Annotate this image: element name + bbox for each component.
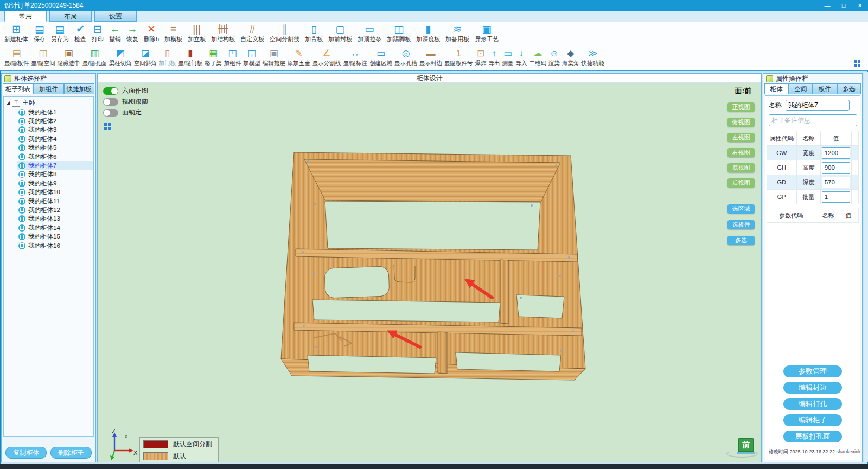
toolbar-redo[interactable]: →恢复 <box>126 23 138 43</box>
toolbar-add-depth-board[interactable]: ▮加深度板 <box>416 23 440 43</box>
toggle-0[interactable]: 六面作图 <box>103 86 148 95</box>
toolbar-render[interactable]: ☺渲染 <box>548 47 560 67</box>
toolbar-save[interactable]: ▤保存 <box>34 23 46 43</box>
toolbar-space-bevel[interactable]: ◪空间斜角 <box>134 47 157 67</box>
toolbar-explode[interactable]: ⊡爆炸 <box>475 47 487 67</box>
left-button-0[interactable]: 复制柜体 <box>5 447 47 459</box>
cabinet-note-input[interactable] <box>769 114 857 126</box>
toolbar-import[interactable]: ↓导入 <box>516 47 527 67</box>
tree-item-3[interactable]: 我的柜体3 <box>4 126 93 134</box>
toolbar-new-cabinet[interactable]: ⊞新建柜体 <box>4 23 28 43</box>
right-panel-tab-1[interactable]: 空间 <box>789 83 813 94</box>
toolbar-check[interactable]: ✔检查 <box>74 23 86 43</box>
view-button-3[interactable]: 右视图 <box>727 148 755 157</box>
toolbar-show-hide-dimension[interactable]: ↔显/隐标注 <box>343 47 367 67</box>
toolbar-add-door[interactable]: ▯加门板 <box>159 47 176 67</box>
tree-item-8[interactable]: 我的柜体8 <box>4 170 93 179</box>
tree-item-5[interactable]: 我的柜体5 <box>4 144 93 152</box>
toolbar-add-model[interactable]: ◱加模型 <box>243 47 260 67</box>
toggle-switch[interactable] <box>103 98 118 106</box>
select-button-1[interactable]: 选板件 <box>727 220 755 229</box>
toggle-2[interactable]: 面锁定 <box>103 108 142 117</box>
property-button-3[interactable]: 编辑柜子 <box>783 414 842 426</box>
toolbar-qr-code[interactable]: ☁二维码 <box>529 47 547 67</box>
attr-value-input[interactable]: 900 <box>822 162 850 174</box>
3d-viewport[interactable]: 六面作图视图跟随面锁定 面:前 正视图俯视图左视图右视图底视图后视图 选区域选板… <box>98 83 761 462</box>
toolbar-export[interactable]: ↑导出 <box>489 47 500 67</box>
toolbar-grid-rack[interactable]: ▦格子架 <box>205 47 222 67</box>
tree-item-11[interactable]: 我的柜体11 <box>4 197 93 205</box>
toolbar-add-horizontal-board[interactable]: ≡加横板 <box>164 23 182 43</box>
toolbar-show-hide-hole-face[interactable]: ▥显/隐孔面 <box>82 47 107 67</box>
attr-value-input[interactable]: 1 <box>822 191 850 203</box>
view-button-0[interactable]: 正视图 <box>727 102 755 112</box>
tree-item-7[interactable]: 我的柜体7 <box>4 161 93 170</box>
toolbar-special-shape-craft[interactable]: ▣异形工艺 <box>475 23 499 43</box>
attr-value-input[interactable]: 570 <box>822 177 850 188</box>
tree-item-16[interactable]: 我的柜体16 <box>4 241 93 250</box>
toolbar-edit-drag-layer[interactable]: ▣编辑拖层 <box>263 47 285 67</box>
left-panel-tab-0[interactable]: 柜子列表 <box>3 83 33 94</box>
tree-root[interactable]: ◢⊤主卧 <box>4 97 93 108</box>
toolbar-show-board-number[interactable]: 1显隐板件号 <box>444 47 473 67</box>
tree-item-4[interactable]: 我的柜体4 <box>4 134 93 143</box>
left-panel-tab-2[interactable]: 快捷加板 <box>64 83 94 94</box>
toolbar-show-hole-slot[interactable]: ◎显示孔槽 <box>394 47 417 67</box>
left-panel-tab-1[interactable]: 加组件 <box>33 83 63 94</box>
toolbar-delete[interactable]: ✕删除h <box>144 23 159 43</box>
select-button-0[interactable]: 选区域 <box>727 204 755 214</box>
tree-item-9[interactable]: 我的柜体9 <box>4 179 93 188</box>
property-button-4[interactable]: 层板打孔面 <box>783 431 842 442</box>
toolbar-space-divider[interactable]: ∥空间分割线 <box>270 23 299 43</box>
toolbar-add-top-rail[interactable]: ▭加顶拉条 <box>358 23 381 43</box>
tree-item-13[interactable]: 我的柜体13 <box>4 215 93 223</box>
property-button-0[interactable]: 参数管理 <box>783 365 842 377</box>
toggle-1[interactable]: 视图跟随 <box>103 97 148 106</box>
toolbar-haitang-corner[interactable]: ◆海棠角 <box>562 47 579 67</box>
attr-value-input[interactable]: 1200 <box>822 147 850 159</box>
toolbar-custom-board[interactable]: #自定义板 <box>240 23 264 43</box>
toolbar-beam-column-cut[interactable]: ◩梁柱切角 <box>109 47 132 67</box>
tree-item-6[interactable]: 我的柜体6 <box>4 152 93 161</box>
toolbar-save-as[interactable]: ▤另存为 <box>51 23 69 43</box>
left-button-1[interactable]: 删除柜子 <box>50 447 92 459</box>
ribbon-tab-1[interactable]: 布局 <box>49 11 92 22</box>
property-button-1[interactable]: 编辑封边 <box>783 382 842 394</box>
tree-item-10[interactable]: 我的柜体10 <box>4 188 93 197</box>
right-panel-tab-2[interactable]: 板件 <box>813 83 837 94</box>
attr-cell[interactable]: 570 <box>820 175 851 190</box>
toolbar-show-divider-line[interactable]: ∠显示分割线 <box>312 47 341 67</box>
view-button-2[interactable]: 左视图 <box>727 133 755 142</box>
grid-icon[interactable] <box>104 123 111 130</box>
tree-item-12[interactable]: 我的柜体12 <box>4 205 93 214</box>
toolbar-add-structure-board[interactable]: 卌加结构板 <box>211 23 235 43</box>
toolbar-show-hide-door[interactable]: ▮显/隐门板 <box>178 47 202 67</box>
tree-item-15[interactable]: 我的柜体15 <box>4 232 93 241</box>
toolbar-print[interactable]: ⊟打印 <box>92 23 104 43</box>
grid-icon[interactable] <box>854 60 860 67</box>
attr-cell[interactable]: 900 <box>820 160 851 175</box>
property-button-2[interactable]: 编辑打孔 <box>783 398 842 410</box>
right-panel-tab-3[interactable]: 多选 <box>837 83 861 94</box>
toolbar-show-edge-band[interactable]: ▬显示封边 <box>419 47 442 67</box>
expander-icon[interactable]: ◢ <box>7 100 10 105</box>
toolbar-add-vertical-board[interactable]: |||加立板 <box>188 23 206 43</box>
toolbar-hide-selected[interactable]: ▣隐藏选中 <box>58 47 80 67</box>
toolbar-add-kick-board[interactable]: ◫加踢脚板 <box>387 23 411 43</box>
view-button-4[interactable]: 底视图 <box>727 163 755 172</box>
ribbon-tab-0[interactable]: 常用 <box>4 11 47 22</box>
toolbar-measure[interactable]: ▭测量 <box>502 47 514 67</box>
tree-item-2[interactable]: 我的柜体2 <box>4 117 93 125</box>
select-button-2[interactable]: 多选 <box>727 236 755 245</box>
view-button-1[interactable]: 俯视图 <box>727 118 755 127</box>
toolbar-add-back-board[interactable]: ▯加背板 <box>305 23 323 43</box>
cabinet-name-input[interactable] <box>786 100 850 111</box>
tree-item-14[interactable]: 我的柜体14 <box>4 223 93 232</box>
maximize-button[interactable]: □ <box>835 0 852 11</box>
toolbar-add-front-seal-board[interactable]: ▢加前封板 <box>328 23 352 43</box>
attr-cell[interactable]: 1 <box>820 190 851 204</box>
toolbar-create-region[interactable]: ▭创建区域 <box>369 47 392 67</box>
view-button-5[interactable]: 后视图 <box>727 178 755 188</box>
toggle-switch[interactable] <box>103 109 118 117</box>
toolbar-quick-function[interactable]: ≫快捷功能 <box>582 47 604 67</box>
